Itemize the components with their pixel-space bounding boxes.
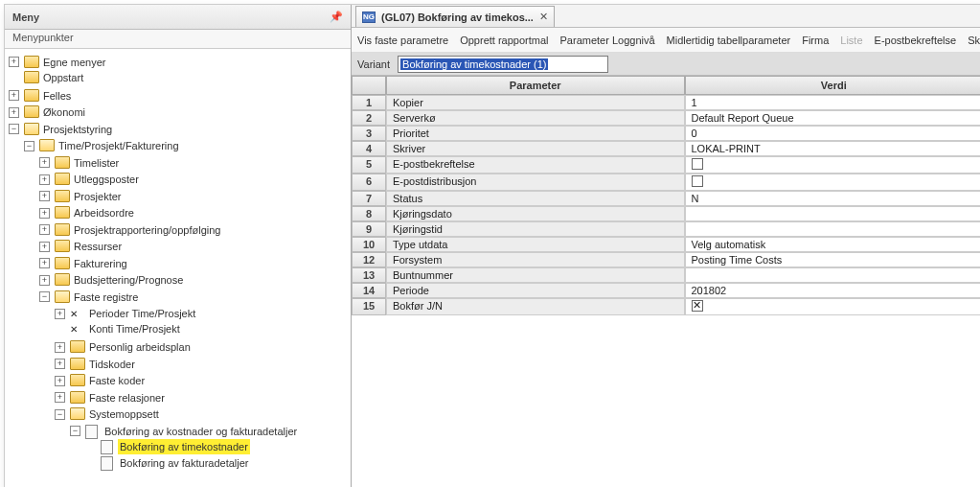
folder-icon — [70, 391, 85, 405]
grid-head-parameter: Parameter — [386, 76, 685, 95]
variant-row: Variant Bokføring av timekostnader (1) — [352, 53, 980, 76]
param-value-cell[interactable] — [685, 156, 981, 174]
param-value-cell[interactable]: 0 — [685, 126, 981, 141]
param-name-cell: Skriver — [386, 141, 685, 156]
param-name-cell: Serverkø — [386, 110, 685, 126]
toolbar-opprett-rapportmal[interactable]: Opprett rapportmal — [460, 35, 548, 46]
param-value-cell[interactable]: 201802 — [685, 283, 981, 298]
tree-item-timelister[interactable]: +Timelister — [39, 155, 121, 171]
grid-corner — [352, 76, 386, 95]
row-number: 15 — [352, 298, 386, 315]
folder-icon — [55, 156, 70, 170]
folder-icon — [70, 358, 85, 371]
tree-item-konti[interactable]: Konti Time/Prosjekt — [55, 321, 182, 336]
variant-value: Bokføring av timekostnader (1) — [400, 58, 548, 70]
row-number: 7 — [352, 191, 386, 206]
checkbox[interactable] — [692, 300, 703, 312]
pin-icon[interactable]: 📌 — [330, 11, 343, 23]
toolbar-parameter-loggniva[interactable]: Parameter Loggnivå — [560, 35, 655, 46]
param-value-cell[interactable] — [685, 174, 981, 191]
param-name-cell: Bokfør J/N — [386, 298, 685, 315]
folder-icon — [55, 273, 70, 287]
param-value-cell[interactable]: Default Report Queue — [685, 110, 981, 126]
row-number: 6 — [352, 174, 386, 191]
tree-item-fakturering[interactable]: +Fakturering — [39, 256, 129, 271]
close-icon[interactable]: ✕ — [539, 11, 548, 23]
folder-open-icon — [70, 407, 85, 421]
row-number: 2 — [352, 110, 386, 126]
menu-panel: Meny 📌 Menypunkter +Egne menyer Oppstart… — [5, 5, 352, 487]
tree-item-bokf-fakt[interactable]: Bokføring av fakturadetaljer — [85, 455, 251, 471]
tree-item-okonomi[interactable]: +Økonomi — [9, 104, 87, 120]
folder-icon — [24, 89, 39, 103]
param-value-cell[interactable]: N — [685, 191, 981, 206]
toolbar-skriverpar[interactable]: Skriverpar — [968, 35, 980, 46]
row-number: 8 — [352, 206, 386, 221]
toolbar-midlertidig-tabellparam[interactable]: Midlertidig tabellparameter — [667, 35, 791, 46]
tree-item-utleggsposter[interactable]: +Utleggsposter — [39, 172, 141, 187]
folder-open-icon — [24, 123, 39, 136]
tree-item-egne[interactable]: +Egne menyer — [9, 55, 107, 70]
folder-icon — [55, 223, 70, 237]
tree-item-ressurser[interactable]: +Ressurser — [39, 239, 124, 254]
tree-item-felles[interactable]: +Felles — [9, 88, 73, 104]
folder-icon — [24, 105, 39, 119]
param-name-cell: Kopier — [386, 95, 685, 110]
tree-item-prosjektstyring[interactable]: −Prosjektstyring — [9, 122, 114, 137]
param-value-cell[interactable]: LOKAL-PRINT — [685, 141, 981, 156]
param-name-cell: E-postbekreftelse — [386, 156, 685, 174]
row-number: 9 — [352, 221, 386, 237]
param-name-cell: E-postdistribusjon — [386, 174, 685, 191]
toolbar-vis-faste[interactable]: Vis faste parametre — [357, 35, 448, 46]
folder-icon — [70, 374, 85, 387]
app-icon: NG — [362, 12, 376, 23]
row-number: 13 — [352, 267, 386, 283]
param-value-cell[interactable] — [685, 206, 981, 221]
tree-item-faste-koder[interactable]: +Faste koder — [55, 373, 147, 388]
doc-icon — [85, 425, 101, 438]
tree-item-tidskoder[interactable]: +Tidskoder — [55, 357, 137, 372]
tree-item-prosjektrapport[interactable]: +Prosjektrapportering/oppfølging — [39, 222, 222, 238]
tree-item-personlig[interactable]: +Personlig arbeidsplan — [55, 339, 193, 355]
toolbar-epostbekreftelse[interactable]: E-postbekreftelse — [875, 35, 957, 46]
row-number: 4 — [352, 141, 386, 156]
param-value-cell[interactable] — [685, 221, 981, 237]
tree-item-perioder[interactable]: +Perioder Time/Prosjekt — [55, 306, 197, 321]
tree-item-arbeidsordre[interactable]: +Arbeidsordre — [39, 205, 136, 220]
param-name-cell: Status — [386, 191, 685, 206]
checkbox[interactable] — [692, 158, 703, 170]
variant-field[interactable]: Bokføring av timekostnader (1) — [398, 56, 608, 73]
tree-item-budsjettering[interactable]: +Budsjettering/Prognose — [39, 272, 185, 288]
tool-icon — [70, 307, 85, 320]
tree-item-time-fakt[interactable]: −Time/Prosjekt/Fakturering — [24, 138, 181, 153]
tab-title: (GL07) Bokføring av timekos... — [381, 12, 534, 23]
toolbar-firma[interactable]: Firma — [802, 35, 829, 46]
param-value-cell[interactable]: Velg automatisk — [685, 237, 981, 252]
menu-header: Meny 📌 — [5, 5, 351, 30]
folder-icon — [55, 173, 70, 186]
param-value-cell[interactable]: Posting Time Costs — [685, 252, 981, 267]
tree-item-systemoppsett[interactable]: −Systemoppsett — [55, 406, 161, 422]
folder-icon — [55, 257, 70, 270]
grid-head-verdi: Verdi — [685, 76, 981, 95]
param-value-cell[interactable] — [685, 298, 981, 315]
param-value-cell[interactable] — [685, 267, 981, 283]
folder-icon — [55, 206, 70, 220]
row-number: 12 — [352, 252, 386, 267]
param-value-cell[interactable]: 1 — [685, 95, 981, 110]
content-panel: NG (GL07) Bokføring av timekos... ✕ Vis … — [352, 5, 980, 487]
toolbar: Vis faste parametre Opprett rapportmal P… — [352, 28, 980, 53]
menu-title: Meny — [12, 12, 39, 23]
tab-gl07[interactable]: NG (GL07) Bokføring av timekos... ✕ — [355, 6, 555, 27]
tree-item-faste-registre[interactable]: −Faste registre — [39, 290, 140, 305]
param-name-cell: Prioritet — [386, 126, 685, 141]
tree-item-oppstart[interactable]: Oppstart — [9, 70, 85, 85]
tree-item-bokf-time[interactable]: Bokføring av timekostnader — [85, 439, 250, 454]
checkbox[interactable] — [692, 175, 703, 187]
menu-tree[interactable]: +Egne menyer Oppstart +Felles +Økonomi −… — [5, 49, 351, 487]
tree-item-faste-relasjoner[interactable]: +Faste relasjoner — [55, 390, 167, 406]
folder-icon — [55, 190, 70, 203]
tree-item-bokf-kost-fakt[interactable]: −Bokføring av kostnader og fakturadetalj… — [70, 424, 299, 439]
folder-icon — [24, 71, 39, 84]
tree-item-prosjekter[interactable]: +Prosjekter — [39, 189, 124, 204]
